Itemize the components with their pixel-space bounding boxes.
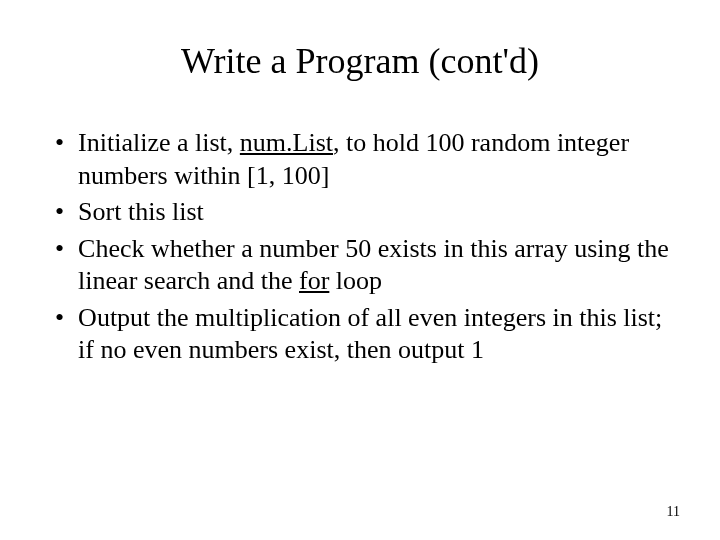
bullet-text: Check whether a number 50 exists in this… <box>78 233 680 298</box>
bullet-text: Initialize a list, num.List, to hold 100… <box>78 127 680 192</box>
bullet-item: •Sort this list <box>55 196 680 229</box>
bullet-marker: • <box>55 233 64 266</box>
bullet-item: •Check whether a number 50 exists in thi… <box>55 233 680 298</box>
bullet-marker: • <box>55 302 64 335</box>
bullet-marker: • <box>55 196 64 229</box>
bullet-text: Sort this list <box>78 196 680 229</box>
bullet-item: •Output the multiplication of all even i… <box>55 302 680 367</box>
bullet-text: Output the multiplication of all even in… <box>78 302 680 367</box>
bullet-marker: • <box>55 127 64 160</box>
bullet-list: •Initialize a list, num.List, to hold 10… <box>40 127 680 367</box>
page-number: 11 <box>667 504 680 520</box>
bullet-item: •Initialize a list, num.List, to hold 10… <box>55 127 680 192</box>
slide-title: Write a Program (cont'd) <box>40 40 680 82</box>
